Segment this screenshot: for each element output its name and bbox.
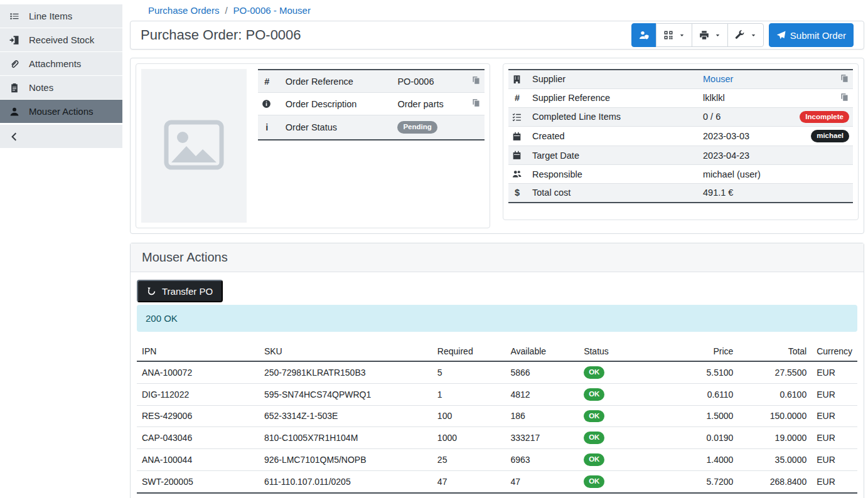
ok-badge: OK xyxy=(584,453,604,466)
supplier-info-card: Supplier Mouser # Supplier Reference lkl… xyxy=(503,63,859,220)
dollar-icon: $ xyxy=(512,188,522,198)
cell-available: 47 xyxy=(506,470,579,492)
footer-total-value: 501.0000 xyxy=(738,493,812,498)
calendar-icon xyxy=(512,132,525,141)
cell-required: 1 xyxy=(432,383,506,405)
copy-icon[interactable] xyxy=(840,93,849,102)
detail-row-order-reference: # Order Reference PO-0006 xyxy=(258,70,485,93)
col-sku: SKU xyxy=(259,342,432,361)
list-icon xyxy=(9,11,19,21)
breadcrumb: Purchase Orders / PO-0006 - Mouser xyxy=(130,0,864,21)
user-roles-button[interactable] xyxy=(631,23,656,47)
cell-ipn: RES-429006 xyxy=(137,405,259,427)
page-header: Purchase Order: PO-0006 xyxy=(130,21,864,50)
sidebar-collapse-button[interactable] xyxy=(0,125,122,148)
cell-available: 333217 xyxy=(506,427,579,449)
cell-available: 6963 xyxy=(506,449,579,471)
col-ipn: IPN xyxy=(137,342,259,361)
detail-label: Total cost xyxy=(528,184,699,203)
status-alert: 200 OK xyxy=(137,305,857,332)
mouser-table: IPN SKU Required Available Status Price … xyxy=(137,342,857,498)
cell-currency: EUR xyxy=(812,470,857,492)
cell-sku: 926-LMC7101QM5/NOPB xyxy=(259,449,432,471)
col-available: Available xyxy=(506,342,579,361)
header-button-group xyxy=(631,23,764,47)
detail-value: michael (user) xyxy=(699,165,784,184)
cell-sku: 250-72981KLRATR150B3 xyxy=(259,361,432,383)
sidebar: Line Items Received Stock Attachments No… xyxy=(0,0,122,148)
ok-badge: OK xyxy=(584,388,604,401)
detail-row-order-description: Order Description Order parts xyxy=(258,93,485,115)
detail-value: 0 / 6 xyxy=(699,107,784,127)
cell-ipn: SWT-200005 xyxy=(137,470,259,492)
sidebar-item-line-items[interactable]: Line Items xyxy=(0,4,122,28)
detail-row-supplier: Supplier Mouser xyxy=(508,70,853,88)
detail-row-supplier-reference: # Supplier Reference lklklkl xyxy=(508,88,853,107)
cell-sku: 595-SN74HCS74QPWRQ1 xyxy=(259,383,432,405)
copy-icon[interactable] xyxy=(472,98,481,107)
cell-total: 150.0000 xyxy=(738,405,812,427)
detail-label: Completed Line Items xyxy=(528,107,699,127)
header-actions: Submit Order xyxy=(631,23,854,47)
cell-currency: EUR xyxy=(812,405,857,427)
detail-row-order-status: i Order Status Pending xyxy=(258,115,485,140)
users-icon xyxy=(512,169,525,179)
detail-label: Created xyxy=(528,127,699,146)
cell-ipn: ANA-100072 xyxy=(137,361,259,383)
info-icon: i xyxy=(262,122,272,132)
cell-price: 0.6110 xyxy=(654,383,738,405)
info-circle-icon xyxy=(262,99,278,109)
submit-order-label: Submit Order xyxy=(790,30,846,41)
order-actions-button[interactable] xyxy=(727,23,764,47)
breadcrumb-link-purchase-orders[interactable]: Purchase Orders xyxy=(148,5,219,16)
ok-badge: OK xyxy=(584,475,604,488)
order-info-card: # Order Reference PO-0006 Order Descript… xyxy=(136,63,490,228)
ok-badge: OK xyxy=(584,410,604,423)
cell-currency: EUR xyxy=(812,427,857,449)
sidebar-item-attachments[interactable]: Attachments xyxy=(0,52,122,75)
cell-total: 0.6100 xyxy=(738,383,812,405)
transfer-po-button[interactable]: Transfer PO xyxy=(137,280,223,302)
table-row: DIG-112022 595-SN74HCS74QPWRQ1 1 4812 OK… xyxy=(137,383,857,405)
detail-label: Order Status xyxy=(282,115,394,140)
transfer-po-label: Transfer PO xyxy=(162,286,213,297)
sidebar-item-received-stock[interactable]: Received Stock xyxy=(0,28,122,51)
cell-price: 5.7200 xyxy=(654,470,738,492)
submit-order-button[interactable]: Submit Order xyxy=(769,23,854,47)
barcode-actions-button[interactable] xyxy=(656,23,692,47)
col-total: Total xyxy=(738,342,812,361)
detail-label: Supplier Reference xyxy=(528,88,699,107)
col-price: Price xyxy=(654,342,738,361)
mouser-actions-panel: Mouser Actions Transfer PO 200 OK IPN SK… xyxy=(130,243,864,498)
breadcrumb-link-current[interactable]: PO-0006 - Mouser xyxy=(233,5,311,16)
footer-total-label: Total xyxy=(137,493,259,498)
cell-total: 35.0000 xyxy=(738,449,812,471)
sidebar-item-mouser-actions[interactable]: Mouser Actions xyxy=(0,100,122,123)
detail-value: PO-0006 xyxy=(394,70,464,93)
order-details-panel: # Order Reference PO-0006 Order Descript… xyxy=(130,58,864,234)
printer-icon xyxy=(699,30,709,40)
detail-row-completed-line-items: Completed Line Items 0 / 6 Incomplete xyxy=(508,107,853,127)
supplier-link[interactable]: Mouser xyxy=(703,74,733,84)
ok-badge: OK xyxy=(584,366,604,379)
table-row: RES-429006 652-3314Z-1-503E 100 186 OK 1… xyxy=(137,405,857,427)
copy-icon[interactable] xyxy=(840,74,849,83)
detail-value: 2023-04-23 xyxy=(699,146,784,165)
detail-row-total-cost: $ Total cost 491.1 € xyxy=(508,184,853,203)
cell-required: 47 xyxy=(432,470,506,492)
copy-icon[interactable] xyxy=(472,76,481,85)
col-currency: Currency xyxy=(812,342,857,361)
ok-badge: OK xyxy=(584,432,604,444)
print-actions-button[interactable] xyxy=(692,23,728,47)
main-content: Purchase Orders / PO-0006 - Mouser Purch… xyxy=(122,0,868,498)
order-image-placeholder[interactable] xyxy=(141,69,247,223)
cell-available: 4812 xyxy=(506,383,579,405)
chevron-left-icon xyxy=(9,132,19,142)
cell-required: 25 xyxy=(432,449,506,471)
detail-label: Order Reference xyxy=(282,70,394,93)
detail-row-created: Created 2023-03-03 michael xyxy=(508,127,853,146)
hash-icon: # xyxy=(512,93,522,103)
col-status: Status xyxy=(579,342,654,361)
sidebar-item-notes[interactable]: Notes xyxy=(0,76,122,99)
caret-down-icon xyxy=(678,33,685,38)
